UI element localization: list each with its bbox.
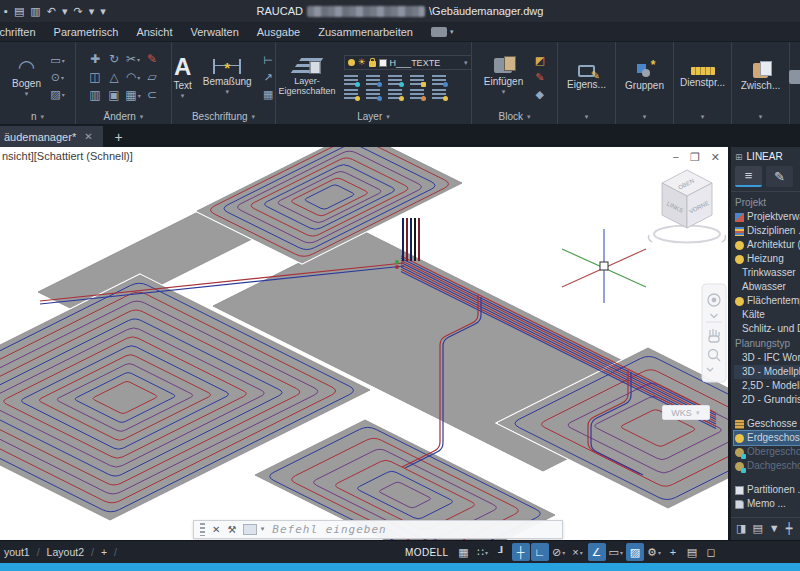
- tree-item[interactable]: Abwasser: [734, 280, 800, 294]
- create-block-icon[interactable]: ◩: [531, 53, 548, 68]
- layer-off-icon[interactable]: [344, 89, 358, 99]
- tree-item[interactable]: Heizung: [734, 252, 800, 266]
- tree-item[interactable]: 2,5D - Modell...: [734, 379, 800, 393]
- tree-item[interactable]: 3D - Modellpl...: [734, 365, 800, 379]
- layer-match-icon[interactable]: [432, 75, 446, 85]
- array-tool-icon[interactable]: ▦▾: [124, 86, 143, 104]
- redo-caret-icon[interactable]: ▾: [89, 5, 95, 18]
- stretch-icon[interactable]: ┿: [786, 522, 793, 535]
- circle-tool-icon[interactable]: ⊙▾: [49, 70, 66, 85]
- layout-tab-[interactable]: +: [101, 546, 107, 558]
- close-icon[interactable]: ✕: [711, 151, 720, 164]
- drag-handle[interactable]: [200, 523, 205, 536]
- tree-item[interactable]: Disziplinen ...: [734, 224, 800, 238]
- tree-item[interactable]: Partitionen ...: [734, 483, 800, 497]
- new-tab-button[interactable]: +: [103, 129, 135, 147]
- save-icon[interactable]: ▤: [14, 5, 24, 18]
- layer-thaw-all-icon[interactable]: [388, 89, 402, 99]
- attribute-icon[interactable]: ◆: [531, 87, 548, 102]
- tree-item[interactable]: Schlitz- und D...: [734, 322, 800, 336]
- tree-item[interactable]: Memo ...: [734, 497, 800, 511]
- filter-icon[interactable]: ▼: [769, 522, 780, 535]
- draw-panel-footer[interactable]: n▾: [0, 109, 75, 124]
- ortho-icon[interactable]: ∟: [531, 543, 549, 561]
- document-tab[interactable]: äudemanager* ✕: [0, 126, 103, 147]
- offset-tool-icon[interactable]: ⊂: [143, 86, 162, 104]
- tree-item[interactable]: Obergeschoss: [734, 445, 800, 459]
- isodraft-icon[interactable]: ⊘▾: [550, 543, 568, 561]
- rectangle-tool-icon[interactable]: ▭▾: [49, 53, 66, 68]
- erase-tool-icon[interactable]: ✎: [143, 50, 162, 68]
- ribbon-tab-schriften[interactable]: schriften: [0, 26, 46, 38]
- move-tool-icon[interactable]: ✚: [86, 50, 105, 68]
- layer-unisolate-icon[interactable]: [366, 75, 380, 85]
- fillet-tool-icon[interactable]: ◠▾: [124, 68, 143, 86]
- view-cube[interactable]: OBEN LINKS VORNE: [648, 170, 725, 243]
- close-tab-icon[interactable]: ✕: [84, 131, 92, 142]
- quick-access-caret-icon[interactable]: ▾: [100, 5, 106, 18]
- wks-dropdown[interactable]: WKS ▼: [662, 405, 710, 420]
- customize-plus-icon[interactable]: +: [664, 543, 682, 561]
- undo-caret-icon[interactable]: ▾: [62, 5, 68, 18]
- stretch-tool-icon[interactable]: ▥: [86, 86, 105, 104]
- viewport-controls-label[interactable]: nsicht][Schattiert (Schnell)]: [2, 150, 133, 162]
- layer-isolate-icon[interactable]: [344, 75, 358, 85]
- tree-item[interactable]: Trinkwasser: [734, 266, 800, 280]
- leader-icon[interactable]: ↗: [260, 70, 277, 85]
- tree-item[interactable]: Dachgeschoss: [734, 459, 800, 473]
- plot-icon[interactable]: ▥: [30, 5, 40, 18]
- pin-icon[interactable]: ⊞: [735, 152, 743, 162]
- linear-dim-icon[interactable]: ⊢: [260, 53, 277, 68]
- close-icon[interactable]: ✕: [212, 524, 220, 535]
- dimension-button[interactable]: Bemaßung ▾: [200, 58, 255, 97]
- insert-block-button[interactable]: Einfügen ▾: [481, 57, 526, 97]
- arc-button[interactable]: ◠ Bogen ▾: [9, 56, 44, 99]
- layer-properties-button[interactable]: Layer- Eigenschaften: [275, 57, 338, 97]
- rotate-tool-icon[interactable]: ↻: [105, 50, 124, 68]
- navigation-bar[interactable]: [702, 284, 726, 382]
- drawing-viewport[interactable]: OBEN LINKS VORNE: [0, 147, 728, 540]
- settings-gear-icon[interactable]: ⚙▾: [645, 543, 663, 561]
- layer-current-icon[interactable]: [366, 89, 380, 99]
- osnap-3d-icon[interactable]: ▭▾: [607, 543, 625, 561]
- ribbon-tab-verwalten[interactable]: Verwalten: [180, 26, 248, 38]
- grid-icon[interactable]: ▦: [455, 543, 473, 561]
- tree-item[interactable]: Erdgeschoss: [734, 431, 800, 445]
- ribbon-tab-zusammenarbeiten[interactable]: Zusammenarbeiten: [308, 26, 423, 38]
- menu-button[interactable]: ≡: [735, 166, 762, 187]
- layer-unlock-all-icon[interactable]: [410, 89, 424, 99]
- layout-tab-yout1[interactable]: yout1: [4, 546, 30, 558]
- mirror-tool-icon[interactable]: △: [105, 68, 124, 86]
- tree-item[interactable]: Kälte: [734, 308, 800, 322]
- redo-icon[interactable]: ↷: [73, 5, 82, 18]
- layer-walk-icon[interactable]: [432, 89, 446, 99]
- transparency-icon[interactable]: ▨: [626, 543, 644, 561]
- edit-block-icon[interactable]: ✎: [531, 70, 548, 85]
- tree-item[interactable]: 2D - Grundris...: [734, 393, 800, 407]
- osnap-icon[interactable]: ∠: [588, 543, 606, 561]
- tree-item[interactable]: Architektur (M: [734, 238, 800, 252]
- block-panel-footer[interactable]: Block▾: [472, 109, 557, 124]
- hatch-tool-icon[interactable]: ▨▾: [49, 87, 66, 102]
- snap-icon[interactable]: ∷▾: [474, 543, 492, 561]
- restore-icon[interactable]: ❐: [690, 151, 700, 164]
- columns-icon[interactable]: ◨: [736, 522, 746, 535]
- workspace-switcher[interactable]: ▾: [431, 27, 454, 37]
- command-line[interactable]: ✕ ⚒ Befehl eingeben: [193, 520, 563, 539]
- table-icon[interactable]: ▦: [260, 87, 277, 102]
- ribbon-tab-parametrisch[interactable]: Parametrisch: [44, 26, 129, 38]
- tree-item[interactable]: Flächentempe...: [734, 294, 800, 308]
- modify-panel-footer[interactable]: Ändern▾: [76, 109, 171, 124]
- ribbon-tab-ausgabe[interactable]: Ausgabe: [247, 26, 310, 38]
- tree-item[interactable]: Projektverwal...: [734, 210, 800, 224]
- layout-tab-Layout2[interactable]: Layout2: [47, 546, 84, 558]
- trim-tool-icon[interactable]: ✂▾: [124, 50, 143, 68]
- undo-icon[interactable]: ↶: [47, 5, 56, 18]
- copy-tool-icon[interactable]: ◫: [86, 68, 105, 86]
- dynamic-input-icon[interactable]: ┚: [493, 543, 511, 561]
- wrench-icon[interactable]: ⚒: [227, 524, 236, 535]
- recent-commands-icon[interactable]: [243, 524, 257, 535]
- layer-panel-footer[interactable]: Layer▾: [276, 109, 471, 124]
- annotate-panel-footer[interactable]: Beschriftung▾: [172, 109, 275, 124]
- tree-item[interactable]: Geschosse ...: [734, 417, 800, 431]
